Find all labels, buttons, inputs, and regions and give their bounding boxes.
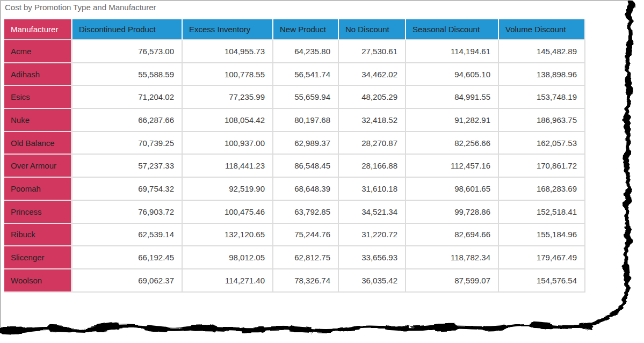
cell-excess-inventory: 100,475.46 xyxy=(183,201,273,224)
column-header[interactable]: Manufacturer xyxy=(4,19,73,40)
table-row: Acme 76,573.00 104,955.73 64,235.80 27,5… xyxy=(4,40,585,63)
cell-seasonal-discount: 114,194.61 xyxy=(406,40,499,63)
cell-excess-inventory: 77,235.99 xyxy=(183,86,273,109)
cell-no-discount: 28,166.88 xyxy=(339,155,406,178)
cell-volume-discount: 153,748.19 xyxy=(499,86,585,109)
cell-no-discount: 33,656.93 xyxy=(339,246,406,269)
cell-discontinued-product: 71,204.02 xyxy=(73,86,183,109)
cell-volume-discount: 179,467.49 xyxy=(499,246,585,269)
cell-new-product: 55,659.94 xyxy=(273,86,339,109)
cell-excess-inventory: 114,271.40 xyxy=(183,269,273,293)
table-row: Over Armour 57,237.33 118,441.23 86,548.… xyxy=(4,155,585,178)
cell-discontinued-product: 62,539.14 xyxy=(73,224,183,247)
cell-no-discount: 28,270.87 xyxy=(339,132,406,155)
cell-new-product: 80,197.68 xyxy=(273,109,339,132)
cell-no-discount: 36,035.42 xyxy=(339,269,406,293)
row-header-manufacturer: Ribuck xyxy=(4,224,73,247)
cell-excess-inventory: 92,519.90 xyxy=(183,178,273,201)
cell-volume-discount: 145,482.89 xyxy=(499,40,585,63)
cell-seasonal-discount: 99,728.86 xyxy=(406,201,499,224)
cell-new-product: 78,326.74 xyxy=(273,269,339,293)
table-row: Esics 71,204.02 77,235.99 55,659.94 48,2… xyxy=(4,86,585,109)
table-row: Woolson 69,062.37 114,271.40 78,326.74 3… xyxy=(4,269,585,293)
cell-excess-inventory: 98,012.05 xyxy=(183,246,273,269)
cell-new-product: 68,648.39 xyxy=(273,178,339,201)
cell-discontinued-product: 57,237.33 xyxy=(73,155,183,178)
row-header-manufacturer: Woolson xyxy=(4,269,73,293)
column-header[interactable]: Volume Discount xyxy=(499,19,585,40)
cell-new-product: 62,989.37 xyxy=(273,132,339,155)
cell-seasonal-discount: 98,601.65 xyxy=(406,178,499,201)
cell-volume-discount: 138,898.96 xyxy=(499,63,585,86)
cell-excess-inventory: 100,778.55 xyxy=(183,63,273,86)
cell-seasonal-discount: 82,694.66 xyxy=(406,224,499,247)
visual-title: Cost by Promotion Type and Manufacturer xyxy=(5,3,156,12)
cell-volume-discount: 155,184.96 xyxy=(499,224,585,247)
row-header-manufacturer: Slicenger xyxy=(4,246,73,269)
column-header[interactable]: Discontinued Product xyxy=(73,19,183,40)
cell-discontinued-product: 66,287.66 xyxy=(73,109,183,132)
table-header: Manufacturer Discontinued Product Excess… xyxy=(4,19,585,40)
row-header-manufacturer: Nuke xyxy=(4,109,73,132)
cost-matrix-table: Manufacturer Discontinued Product Excess… xyxy=(4,19,585,293)
cell-seasonal-discount: 84,991.55 xyxy=(406,86,499,109)
cell-excess-inventory: 104,955.73 xyxy=(183,40,273,63)
cell-excess-inventory: 108,054.42 xyxy=(183,109,273,132)
cell-seasonal-discount: 94,605.10 xyxy=(406,63,499,86)
table-row: Poomah 69,754.32 92,519.90 68,648.39 31,… xyxy=(4,178,585,201)
cell-new-product: 56,541.74 xyxy=(273,63,339,86)
cell-seasonal-discount: 87,599.07 xyxy=(406,269,499,293)
row-header-manufacturer: Princess xyxy=(4,201,73,224)
row-header-manufacturer: Over Armour xyxy=(4,155,73,178)
cell-no-discount: 27,530.61 xyxy=(339,40,406,63)
cell-seasonal-discount: 82,256.66 xyxy=(406,132,499,155)
column-header[interactable]: No Discount xyxy=(339,19,406,40)
cell-excess-inventory: 132,120.65 xyxy=(183,224,273,247)
cell-seasonal-discount: 112,457.16 xyxy=(406,155,499,178)
column-header[interactable]: Seasonal Discount xyxy=(406,19,499,40)
cell-no-discount: 48,205.29 xyxy=(339,86,406,109)
cell-discontinued-product: 69,754.32 xyxy=(73,178,183,201)
row-header-manufacturer: Acme xyxy=(4,40,73,63)
cell-new-product: 64,235.80 xyxy=(273,40,339,63)
cell-volume-discount: 152,518.41 xyxy=(499,201,585,224)
table-row: Adihash 55,588.59 100,778.55 56,541.74 3… xyxy=(4,63,585,86)
header-row: Manufacturer Discontinued Product Excess… xyxy=(4,19,585,40)
row-header-manufacturer: Poomah xyxy=(4,178,73,201)
cell-excess-inventory: 100,937.00 xyxy=(183,132,273,155)
column-header[interactable]: Excess Inventory xyxy=(183,19,273,40)
cell-new-product: 75,244.76 xyxy=(273,224,339,247)
cell-no-discount: 32,418.52 xyxy=(339,109,406,132)
table-row: Princess 76,903.72 100,475.46 63,792.85 … xyxy=(4,201,585,224)
column-header[interactable]: New Product xyxy=(273,19,339,40)
cell-seasonal-discount: 91,282.91 xyxy=(406,109,499,132)
cell-discontinued-product: 76,903.72 xyxy=(73,201,183,224)
cell-volume-discount: 186,963.75 xyxy=(499,109,585,132)
table-visual-screenshot: Cost by Promotion Type and Manufacturer … xyxy=(0,0,644,343)
cell-discontinued-product: 55,588.59 xyxy=(73,63,183,86)
table-row: Old Balance 70,739.25 100,937.00 62,989.… xyxy=(4,132,585,155)
cell-no-discount: 31,610.18 xyxy=(339,178,406,201)
cell-new-product: 63,792.85 xyxy=(273,201,339,224)
table-row: Ribuck 62,539.14 132,120.65 75,244.76 31… xyxy=(4,224,585,247)
row-header-manufacturer: Esics xyxy=(4,86,73,109)
cell-volume-discount: 170,861.72 xyxy=(499,155,585,178)
cell-discontinued-product: 66,192.45 xyxy=(73,246,183,269)
cell-excess-inventory: 118,441.23 xyxy=(183,155,273,178)
row-header-manufacturer: Adihash xyxy=(4,63,73,86)
cell-no-discount: 31,220.72 xyxy=(339,224,406,247)
table-row: Nuke 66,287.66 108,054.42 80,197.68 32,4… xyxy=(4,109,585,132)
row-header-manufacturer: Old Balance xyxy=(4,132,73,155)
cell-volume-discount: 154,576.54 xyxy=(499,269,585,293)
cell-seasonal-discount: 118,782.34 xyxy=(406,246,499,269)
cell-volume-discount: 168,283.69 xyxy=(499,178,585,201)
table-body: Acme 76,573.00 104,955.73 64,235.80 27,5… xyxy=(4,40,585,293)
cell-discontinued-product: 76,573.00 xyxy=(73,40,183,63)
cell-no-discount: 34,521.34 xyxy=(339,201,406,224)
cell-new-product: 62,812.75 xyxy=(273,246,339,269)
cell-new-product: 86,548.45 xyxy=(273,155,339,178)
cell-discontinued-product: 69,062.37 xyxy=(73,269,183,293)
cell-discontinued-product: 70,739.25 xyxy=(73,132,183,155)
cell-no-discount: 34,462.02 xyxy=(339,63,406,86)
cell-volume-discount: 162,057.53 xyxy=(499,132,585,155)
